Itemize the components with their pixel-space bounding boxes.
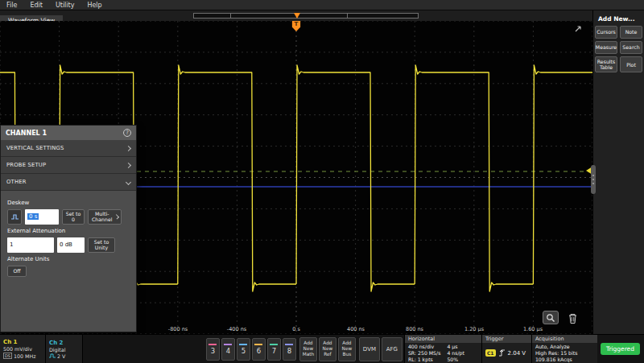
channel5-button[interactable]: 5 [237,338,250,361]
dialog-title: CHANNEL 1 [6,130,123,137]
channel2-mode: Digital [49,347,79,353]
set-to-zero-button[interactable]: Set to 0 [62,209,85,225]
panel-drag-handle[interactable] [591,165,596,194]
expand-icon[interactable] [573,24,583,34]
deskew-waveform-icon[interactable] [7,209,22,225]
label-line: Add [323,340,332,346]
channel1-ds-tag: DS [3,353,12,359]
channel3-number: 3 [211,347,215,355]
time-axis-label: 0 s [292,326,300,332]
add-measure-button[interactable]: Measure [595,41,617,54]
channel4-number: 4 [226,347,230,355]
channel4-button[interactable]: 4 [221,338,235,361]
channel3-button[interactable]: 3 [206,338,220,361]
attenuation-db-input[interactable]: 0 dB [57,237,85,253]
chevron-right-icon [114,214,119,219]
zoom-button[interactable] [543,311,559,324]
oscilloscope-app: FileEditUtilityHelp Waveform View -1.20 … [0,0,644,363]
afg-button[interactable]: AFG [382,337,402,361]
horizontal-col2: 4 µs4 ns/pt50% [447,344,464,363]
sidebar-buttons: CursorsNoteMeasureSearchResults TablePlo… [593,26,644,72]
multi-channel-label: Multi-Channel [91,211,113,223]
set-to-unity-button[interactable]: Set to Unity [88,237,115,253]
time-axis-label: 800 ns [406,326,423,332]
channel7-number: 7 [272,347,276,355]
channel6-number: 6 [257,347,261,355]
channel6-color-strip [254,344,262,345]
channel2-badge[interactable]: Ch 2 Digital 2 V [46,335,83,363]
label-line: New [323,346,333,352]
channel8-color-strip [285,344,293,345]
overview-trigger-caret-icon[interactable] [294,13,300,19]
section-probe-setup[interactable]: PROBE SETUP [1,157,136,174]
menu-item-help[interactable]: Help [80,0,108,10]
chevron-down-icon [126,179,131,184]
dvm-button[interactable]: DVM [359,337,380,361]
timebase-overview[interactable] [193,13,419,19]
horizontal-value: 4 ns/pt [447,350,464,357]
alternate-units-label: Alternate Units [7,256,130,262]
time-axis-label: 1.20 µs [464,326,484,332]
deskew-input[interactable]: 0 s [25,209,59,225]
label-line: Add [342,340,351,346]
horizontal-col1: 400 ns/divSR: 250 MS/sRL: 1 kpts [408,344,440,363]
trigger-source-chip: C1 [485,349,496,357]
add-new-bus-button[interactable]: AddNewBus [338,337,356,361]
trigger-panel[interactable]: Trigger C1 2.04 V [481,335,531,363]
add-new-buttons: AddNewMathAddNewRefAddNewBus [299,335,356,363]
tab-bar: Waveform View [0,10,592,21]
time-axis-label: 400 ns [347,326,365,332]
add-search-button[interactable]: Search [620,41,642,54]
multi-channel-button[interactable]: Multi-Channel [88,209,122,225]
waveform-display[interactable]: -1.20 µs-800 ns-400 ns0 s400 ns800 ns1.2… [0,21,592,334]
channel1-dialog: CHANNEL 1 ? VERTICAL SETTINGS PROBE SETU… [0,125,137,332]
channel3-color-strip [208,344,217,345]
delete-button[interactable] [565,311,580,326]
acquisition-panel[interactable]: Acquisition Auto, Analyze High Res: 15 b… [531,335,597,363]
channel5-color-strip [239,344,247,345]
channel1-badge[interactable]: Ch 1 500 mV/div DS 100 MHz [0,335,46,363]
channel2-name: Ch 2 [49,340,79,346]
section-other[interactable]: OTHER [1,174,136,191]
horizontal-value: SR: 250 MS/s [408,350,440,357]
menu-item-utility[interactable]: Utility [49,0,81,10]
menu-item-edit[interactable]: Edit [23,0,49,10]
label-line: New [303,346,314,352]
add-results-table-button[interactable]: Results Table [595,56,617,72]
horizontal-value: 50% [447,357,464,363]
dialog-header[interactable]: CHANNEL 1 ? [1,126,136,140]
section-vertical-settings[interactable]: VERTICAL SETTINGS [1,140,136,157]
attenuation-ratio-input[interactable]: 1 [7,237,54,253]
add-new-sidebar: Add New... CursorsNoteMeasureSearchResul… [592,10,644,334]
label-line: Add [303,340,312,346]
alternate-units-toggle[interactable]: Off [7,266,27,277]
channel2-scale: 2 V [57,353,65,359]
horizontal-value: 4 µs [447,344,464,350]
channel1-name: Ch 1 [3,339,42,345]
overview-tick [347,14,348,18]
horizontal-panel[interactable]: Horizontal 400 ns/divSR: 250 MS/sRL: 1 k… [404,335,481,363]
channel7-button[interactable]: 7 [267,338,281,361]
acquisition-resolution: High Res: 15 bits [535,350,594,357]
deskew-value: 0 s [27,213,39,220]
magnifier-icon [546,313,555,323]
add-plot-button[interactable]: Plot [620,56,642,72]
add-new-math-button[interactable]: AddNewMath [299,337,317,361]
section-label: OTHER [6,179,126,185]
menu-item-file[interactable]: File [0,0,23,10]
add-note-button[interactable]: Note [620,26,642,39]
add-cursors-button[interactable]: Cursors [595,26,617,39]
trash-icon [568,312,578,324]
rising-edge-icon [498,349,506,357]
channel5-number: 5 [242,347,246,355]
section-label: PROBE SETUP [6,162,126,168]
time-axis-label: -400 ns [227,326,246,332]
channel8-button[interactable]: 8 [283,338,296,361]
horizontal-value: 400 ns/div [408,344,440,350]
external-attenuation-label: External Attenuation [7,228,130,234]
channel6-button[interactable]: 6 [252,338,266,361]
add-new-title: Add New... [598,15,644,23]
add-new-ref-button[interactable]: AddNewRef [319,337,336,361]
acquisition-count: 109.816 kAcqs [535,357,594,363]
help-icon[interactable]: ? [123,129,131,137]
